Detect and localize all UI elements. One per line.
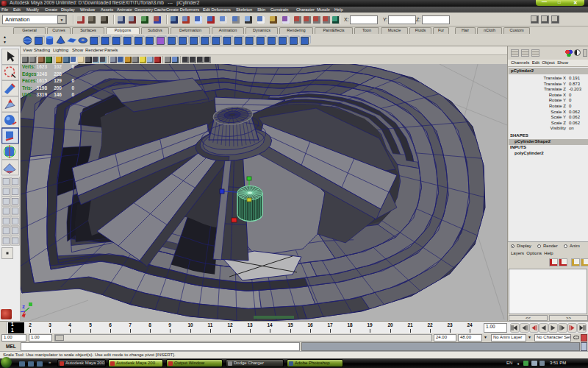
svg-text:Tris:: Tris: [22,85,32,91]
svg-text:0: 0 [71,78,74,83]
svg-text:0: 0 [71,64,74,69]
svg-text:Edges:: Edges: [22,71,38,77]
svg-text:z: z [22,303,25,310]
svg-text:0: 0 [71,92,74,97]
svg-text:228: 228 [54,71,62,77]
svg-text:Verts:: Verts: [22,64,35,69]
svg-text:102: 102 [54,64,62,69]
svg-text:0: 0 [71,85,74,91]
svg-text:1623: 1623 [37,64,48,69]
svg-text:200: 200 [54,85,62,91]
svg-text:3198: 3198 [37,85,48,91]
svg-text:146: 146 [54,92,62,97]
svg-text:129: 129 [54,78,62,83]
svg-text:1615: 1615 [37,78,48,83]
svg-text:Faces:: Faces: [22,78,37,83]
svg-text:UVs:: UVs: [22,92,33,97]
svg-text:3248: 3248 [37,71,48,77]
svg-text:3319: 3319 [37,92,48,97]
